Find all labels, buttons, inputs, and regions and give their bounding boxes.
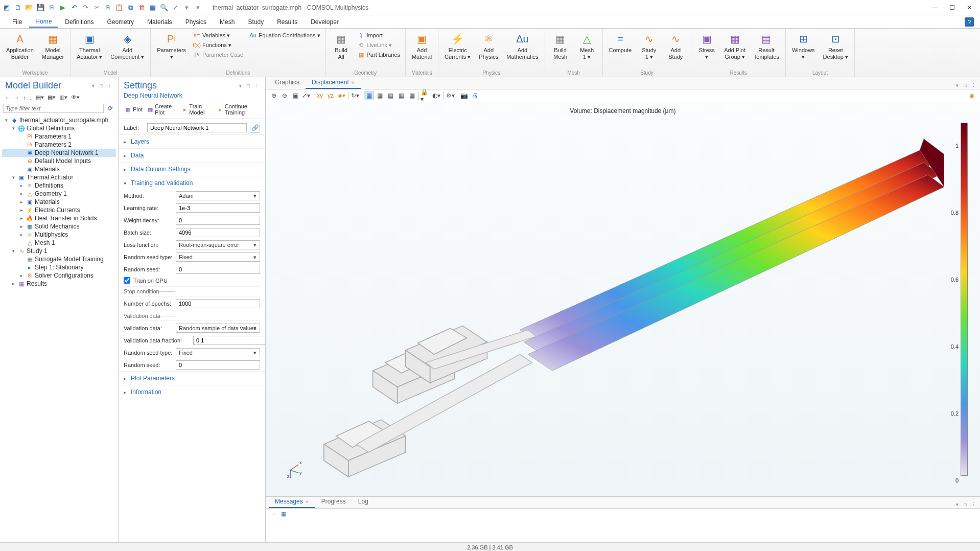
menu-materials[interactable]: Materials [141, 17, 178, 27]
minimize-button[interactable]: — [926, 1, 943, 14]
save-icon[interactable]: 💾 [36, 3, 45, 12]
study1-button[interactable]: ∿Study 1 ▾ [637, 30, 661, 62]
tab-displacement[interactable]: Displacement✕ [306, 77, 361, 89]
parameter-case-button[interactable]: PiParameter Case [191, 50, 245, 59]
graphics-canvas[interactable]: Volume: Displacement magnitude (μm) [266, 102, 980, 496]
gpu-checkbox[interactable] [124, 277, 130, 284]
build-mesh-button[interactable]: ▦Build Mesh [548, 30, 573, 62]
panel-maximize-icon[interactable]: □ [245, 82, 252, 89]
tree-step1[interactable]: ▸Step 1: Stationary [2, 263, 116, 271]
model-manager-button[interactable]: ▦Model Manager [39, 30, 67, 62]
section-data-columns[interactable]: Data Column Settings [119, 162, 265, 176]
section-data[interactable]: Data [119, 148, 265, 162]
section-information[interactable]: Information [119, 385, 265, 399]
zoom-out-icon[interactable]: ⊖ [279, 91, 290, 100]
collapse-icon[interactable]: ▤▾ [34, 93, 45, 102]
add-material-button[interactable]: ▣Add Material [409, 30, 435, 62]
tab-graphics[interactable]: Graphics [269, 77, 306, 89]
epochs-input[interactable] [176, 299, 260, 308]
hide-icon[interactable]: ◐▾ [431, 91, 441, 100]
tree-surrogate[interactable]: ▦Surrogate Model Training [2, 255, 116, 263]
loss-select[interactable]: Root-mean-square error [176, 240, 260, 249]
lr-input[interactable] [176, 203, 260, 213]
refresh-icon[interactable]: ⟳ [106, 104, 115, 113]
expand-icon[interactable]: ▦▾ [46, 93, 57, 102]
build-all-button[interactable]: ▦Build All [329, 30, 354, 62]
show-icon[interactable]: ▥▾ [58, 93, 69, 102]
close-button[interactable]: ✕ [961, 1, 978, 14]
zoom-in-icon[interactable]: ⊕ [269, 91, 279, 100]
redo-icon[interactable]: ↷ [81, 3, 90, 12]
view-xyz-icon[interactable]: ◈▾ [336, 91, 346, 100]
print-icon[interactable]: 🖨 [470, 91, 480, 100]
seed-input[interactable] [176, 265, 260, 274]
camera-icon[interactable]: 📷 [459, 91, 469, 100]
vdata-select[interactable]: Random sample of data values [176, 324, 260, 333]
search-icon[interactable]: 🔍 [159, 3, 169, 12]
tree-solver[interactable]: ▸⚙Solver Configurations [2, 271, 116, 280]
zoom-extents-icon[interactable]: ⤢▾ [301, 91, 311, 100]
vseed-input[interactable] [176, 360, 260, 370]
eq-contributions-button[interactable]: ΔuEquation Contributions ▾ [247, 31, 322, 40]
menu-study[interactable]: Study [242, 17, 270, 27]
compute-button[interactable]: =Compute [606, 30, 635, 56]
add-math-button[interactable]: ΔuAdd Mathematics [503, 30, 541, 62]
save-as-icon[interactable]: ⎘ [47, 3, 56, 12]
panel-maximize-icon[interactable]: □ [962, 82, 969, 89]
menu-mesh[interactable]: Mesh [214, 17, 241, 27]
menu-results[interactable]: Results [271, 17, 304, 27]
section-layers[interactable]: Layers [119, 134, 265, 148]
rotate-icon[interactable]: ↻▾ [350, 91, 360, 100]
menu-home[interactable]: Home [29, 16, 58, 28]
section-training[interactable]: Training and Validation [119, 176, 265, 190]
tree-materials[interactable]: ▣Materials [2, 165, 116, 173]
panel-maximize-icon[interactable]: □ [962, 501, 969, 508]
result-templates-button[interactable]: ▤Result Templates [751, 30, 782, 62]
variables-button[interactable]: a=Variables ▾ [191, 31, 245, 40]
parameters-button[interactable]: PiParameters ▾ [154, 30, 189, 62]
menu-physics[interactable]: Physics [179, 17, 213, 27]
tree-default-inputs[interactable]: ⊕Default Model Inputs [2, 157, 116, 165]
tree-geometry[interactable]: ▸△Geometry 1 [2, 190, 116, 198]
zoom-box-icon[interactable]: ▣ [290, 91, 300, 100]
tab-log[interactable]: Log [352, 496, 375, 508]
panel-minimize-icon[interactable]: ▾ [953, 82, 961, 89]
tree-study1[interactable]: ▾∿Study 1 [2, 247, 116, 255]
eye-icon[interactable]: 👁▾ [69, 93, 81, 102]
help-icon[interactable]: ? [965, 17, 974, 27]
functions-button[interactable]: f(x)Functions ▾ [191, 40, 245, 50]
panel-minimize-icon[interactable]: ▾ [237, 82, 244, 89]
panel-minimize-icon[interactable]: ▾ [89, 82, 97, 89]
tree-multiphysics[interactable]: ▸⚛Multiphysics [2, 231, 116, 239]
run-icon[interactable]: ▶ [58, 3, 67, 12]
copy-msg-icon[interactable]: ▦ [280, 510, 287, 517]
reset-desktop-button[interactable]: ⊡Reset Desktop ▾ [820, 30, 851, 62]
tab-progress[interactable]: Progress [315, 496, 352, 508]
add-plot-group-button[interactable]: ▦Add Plot Group ▾ [721, 30, 749, 62]
view-yz-icon[interactable]: yz [325, 91, 336, 100]
properties-icon[interactable]: ▦ [148, 3, 157, 12]
panel-menu-icon[interactable]: ⋮ [970, 82, 977, 89]
paste-icon[interactable]: 📋 [114, 3, 124, 12]
tree-params1[interactable]: PiParameters 1 [2, 132, 116, 141]
add-study-button[interactable]: ∿Add Study [663, 30, 688, 62]
zoom-icon[interactable]: ⤢ [171, 3, 180, 12]
wd-input[interactable] [176, 216, 260, 225]
clear-icon[interactable]: ⟋ [270, 510, 277, 517]
tree-global-defs[interactable]: ▾🌐Global Definitions [2, 124, 116, 132]
tree-component[interactable]: ▾▣Thermal Actuator [2, 173, 116, 181]
delete-icon[interactable]: 🗑 [137, 3, 146, 12]
menu-geometry[interactable]: Geometry [101, 17, 140, 27]
add-physics-button[interactable]: ⚛Add Physics [476, 30, 501, 62]
seed-type-select[interactable]: Fixed [176, 252, 260, 262]
new-icon[interactable]: 🗋 [13, 3, 22, 12]
copy-icon[interactable]: ⎘ [103, 3, 112, 12]
maximize-button[interactable]: ☐ [943, 1, 961, 14]
open-icon[interactable]: 📂 [25, 3, 34, 12]
tree-dnn1[interactable]: ✱Deep Neural Network 1 [2, 149, 116, 157]
electric-currents-button[interactable]: ⚡Electric Currents ▾ [441, 30, 474, 62]
gear-icon[interactable]: ⚙▾ [445, 91, 455, 100]
tree-mesh1[interactable]: △Mesh 1 [2, 239, 116, 247]
create-plot-button[interactable]: ▦Create Plot [146, 102, 178, 117]
panel-menu-icon[interactable]: ⋮ [106, 82, 113, 89]
